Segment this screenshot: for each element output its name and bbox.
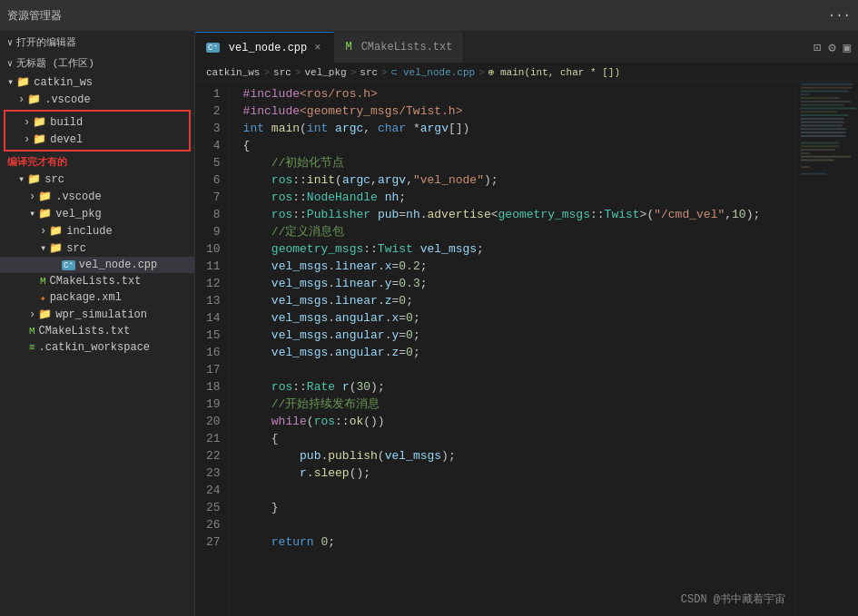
tree-item-devel[interactable]: ›📁devel: [5, 131, 189, 148]
tree-item-vscode2[interactable]: ›📁.vscode: [0, 188, 194, 205]
folder-chevron-src: ▾: [18, 172, 25, 186]
code-line-11: vel_msgs.linear.x=0.2;: [243, 258, 794, 275]
tree-item-src2[interactable]: ▾📁src: [0, 240, 194, 257]
line-number-19: 19: [206, 396, 221, 413]
line-number-12: 12: [206, 275, 221, 292]
tab-cmake[interactable]: MCMakeLists.txt: [334, 32, 464, 63]
code-line-20: while(ros::ok()): [243, 413, 794, 430]
code-line-10: geometry_msgs::Twist vel_msgs;: [243, 240, 794, 258]
folder-icon-include: 📁: [49, 224, 63, 238]
tree-item-build[interactable]: ›📁build: [5, 113, 189, 131]
svg-rect-18: [801, 149, 835, 151]
tree-item-catkin_ws[interactable]: ▾📁catkin_ws: [0, 73, 194, 91]
editor-area: C⁺vel_node.cpp×MCMakeLists.txt ⊡ ⚙ ▣ cat…: [195, 32, 858, 616]
tree-item-label-vscode1: .vscode: [44, 93, 90, 106]
tab-icon-vel_node: C⁺: [206, 43, 220, 53]
breadcrumb-item-file[interactable]: ⊂ vel_node.cpp: [391, 66, 475, 78]
svg-rect-14: [801, 132, 845, 133]
code-line-1: #include<ros/ros.h>: [243, 85, 794, 103]
tree-item-vel_pkg[interactable]: ▾📁vel_pkg: [0, 205, 194, 222]
code-line-14: vel_msgs.angular.x=0;: [243, 309, 794, 327]
folder-icon-catkin_ws: 📁: [16, 75, 30, 89]
folder-icon-build: 📁: [33, 115, 46, 129]
tab-close-vel_node[interactable]: ×: [312, 42, 322, 54]
folder-chevron-vscode2: ›: [29, 191, 35, 203]
code-line-21: {: [243, 430, 794, 447]
breadcrumb-item-velpkg[interactable]: vel_pkg: [304, 67, 346, 78]
code-line-16: vel_msgs.angular.z=0;: [243, 344, 794, 361]
breadcrumb-item-src2[interactable]: src: [360, 67, 378, 78]
folder-chevron-catkin_ws: ▾: [7, 75, 14, 89]
line-number-11: 11: [206, 258, 221, 275]
tree-item-label-vel_pkg: vel_pkg: [55, 208, 101, 220]
code-line-18: ros::Rate r(30);: [243, 378, 794, 396]
svg-rect-10: [801, 118, 844, 120]
workspace-section[interactable]: 无标题 (工作区): [0, 53, 194, 73]
svg-rect-9: [801, 114, 848, 116]
svg-rect-17: [801, 145, 840, 147]
breadcrumb-sep-2: >: [295, 67, 301, 78]
tab-label-vel_node: vel_node.cpp: [229, 42, 307, 54]
tree-item-wpr_sim[interactable]: ›📁wpr_simulation: [0, 306, 194, 323]
code-line-17: [243, 361, 794, 378]
minimap: [794, 82, 858, 616]
folder-icon-vel_pkg: 📁: [38, 207, 52, 220]
tree-item-include[interactable]: ›📁include: [0, 222, 194, 240]
line-number-10: 10: [206, 240, 221, 258]
tab-vel_node[interactable]: C⁺vel_node.cpp×: [195, 32, 334, 63]
tree-item-cmakelists2[interactable]: MCMakeLists.txt: [0, 323, 194, 339]
line-number-4: 4: [206, 137, 221, 154]
tree-item-vel_node_cpp[interactable]: C⁺vel_node.cpp: [0, 257, 194, 273]
layout-icon[interactable]: ▣: [843, 40, 851, 55]
folder-icon-vscode2: 📁: [38, 190, 52, 203]
line-number-15: 15: [206, 327, 221, 344]
tree-item-label-catkin_ws2: .catkin_workspace: [39, 341, 150, 354]
settings-icon[interactable]: ⚙: [828, 40, 835, 55]
folder-chevron-devel: ›: [24, 133, 30, 146]
sidebar: 打开的编辑器 无标题 (工作区) ▾📁catkin_ws›📁.vscode›📁b…: [0, 32, 195, 616]
line-number-25: 25: [206, 499, 221, 516]
tab-spacer: [464, 32, 805, 63]
tree-item-src[interactable]: ▾📁src: [0, 171, 194, 188]
minimap-svg: [795, 82, 858, 616]
tree-item-label-include: include: [66, 225, 112, 238]
file-tree: ▾📁catkin_ws›📁.vscode›📁build›📁devel编译完才有的…: [0, 73, 194, 356]
tree-item-cmakelists1[interactable]: MCMakeLists.txt: [0, 273, 194, 289]
folder-icon-src: 📁: [27, 172, 41, 186]
line-number-3: 3: [206, 120, 221, 137]
code-line-12: vel_msgs.linear.y=0.3;: [243, 275, 794, 292]
tree-item-vscode1[interactable]: ›📁.vscode: [0, 91, 194, 108]
code-line-5: //初始化节点: [243, 154, 794, 171]
svg-rect-3: [801, 93, 810, 95]
tree-item-label-cmakelists2: CMakeLists.txt: [39, 325, 131, 337]
main-area: 打开的编辑器 无标题 (工作区) ▾📁catkin_ws›📁.vscode›📁b…: [0, 32, 858, 616]
svg-rect-19: [801, 152, 810, 154]
code-line-15: vel_msgs.angular.y=0;: [243, 327, 794, 344]
line-number-2: 2: [206, 103, 221, 120]
red-outline-box: ›📁build›📁devel: [4, 110, 191, 152]
code-content[interactable]: #include<ros/ros.h>#include<geometry_msg…: [229, 82, 794, 616]
svg-rect-20: [801, 156, 851, 158]
tree-item-catkin_ws2[interactable]: ≡.catkin_workspace: [0, 339, 194, 356]
breadcrumb-sep-3: >: [350, 67, 357, 78]
breadcrumb-item-src[interactable]: src: [273, 67, 291, 78]
more-icon[interactable]: ···: [828, 8, 851, 23]
split-editor-icon[interactable]: ⊡: [814, 40, 821, 55]
tree-item-label-catkin_ws: catkin_ws: [34, 76, 93, 89]
code-line-23: r.sleep();: [243, 464, 794, 482]
line-number-26: 26: [206, 516, 221, 533]
line-number-20: 20: [206, 413, 221, 430]
tab-label-cmake: CMakeLists.txt: [361, 41, 453, 54]
svg-rect-15: [801, 135, 845, 137]
svg-rect-23: [801, 173, 827, 175]
breadcrumb-item-catkinws[interactable]: catkin_ws: [206, 67, 260, 78]
line-number-8: 8: [206, 206, 221, 223]
folder-chevron-src2: ▾: [40, 241, 46, 255]
breadcrumb-item-main[interactable]: ⊕ main(int, char * []): [488, 66, 620, 78]
red-annotation-text: 编译完才有的: [0, 153, 194, 171]
tree-item-package_xml[interactable]: ✦package.xml: [0, 289, 194, 306]
line-number-18: 18: [206, 378, 221, 396]
folder-chevron-include: ›: [40, 225, 46, 238]
open-editors-section[interactable]: 打开的编辑器: [0, 32, 194, 53]
file-icon-catkin_ws2: ≡: [29, 342, 35, 353]
